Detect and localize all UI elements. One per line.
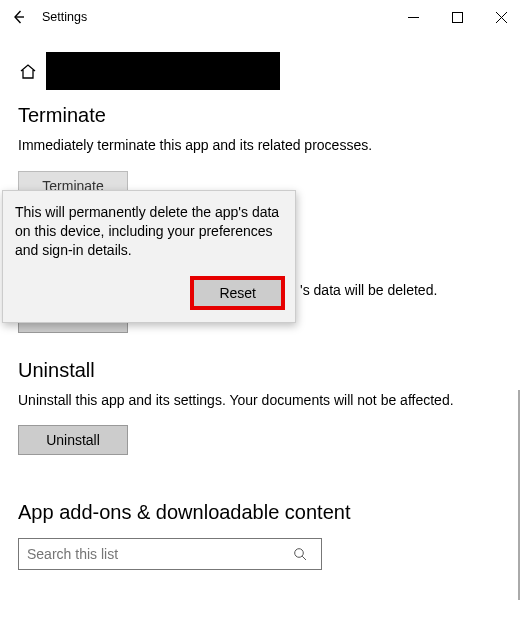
- addons-search[interactable]: [18, 538, 322, 570]
- window-controls: [391, 0, 523, 34]
- uninstall-desc: Uninstall this app and its settings. You…: [18, 392, 505, 410]
- page-header: [18, 52, 505, 90]
- terminate-desc: Immediately terminate this app and its r…: [18, 137, 505, 155]
- reset-confirm-flyout: This will permanently delete the app's d…: [2, 190, 296, 323]
- maximize-icon: [452, 12, 463, 23]
- uninstall-heading: Uninstall: [18, 359, 505, 382]
- titlebar: Settings: [0, 0, 523, 34]
- app-name-redacted: [46, 52, 280, 90]
- close-button[interactable]: [479, 0, 523, 34]
- reset-desc-partial: 's data will be deleted.: [300, 282, 437, 298]
- back-button[interactable]: [0, 0, 38, 34]
- flyout-reset-button[interactable]: Reset: [192, 278, 283, 308]
- svg-point-1: [295, 549, 304, 558]
- addons-heading: App add-ons & downloadable content: [18, 501, 505, 524]
- back-arrow-icon: [11, 9, 27, 25]
- home-icon[interactable]: [18, 61, 38, 81]
- search-input[interactable]: [19, 546, 293, 562]
- close-icon: [496, 12, 507, 23]
- terminate-heading: Terminate: [18, 104, 505, 127]
- window-title: Settings: [38, 10, 87, 24]
- minimize-button[interactable]: [391, 0, 435, 34]
- scrollbar[interactable]: [518, 390, 520, 600]
- maximize-button[interactable]: [435, 0, 479, 34]
- flyout-text: This will permanently delete the app's d…: [15, 203, 283, 260]
- svg-rect-0: [452, 12, 462, 22]
- search-icon[interactable]: [293, 547, 321, 561]
- uninstall-button[interactable]: Uninstall: [18, 425, 128, 455]
- minimize-icon: [408, 12, 419, 23]
